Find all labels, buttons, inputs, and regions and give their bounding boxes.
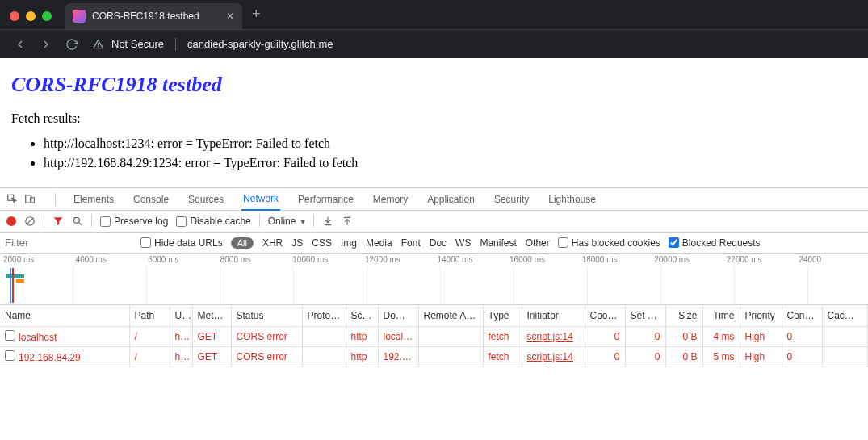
- network-filter-bar: Hide data URLs All XHR JS CSS Img Media …: [0, 233, 868, 254]
- col-protocol[interactable]: Proto…: [302, 305, 346, 326]
- record-button[interactable]: [6, 216, 16, 226]
- tab-elements[interactable]: Elements: [72, 188, 115, 211]
- minimize-window-button[interactable]: [26, 11, 36, 21]
- filter-other[interactable]: Other: [526, 237, 550, 249]
- not-secure-label: Not Secure: [111, 38, 164, 50]
- tab-performance[interactable]: Performance: [296, 188, 355, 211]
- blocked-requests-label: Blocked Requests: [682, 237, 761, 249]
- cell-scheme: http: [346, 326, 378, 346]
- col-setcookies[interactable]: Set C…: [625, 305, 665, 326]
- col-domain[interactable]: Dom…: [378, 305, 418, 326]
- blocked-requests-checkbox[interactable]: Blocked Requests: [669, 237, 761, 249]
- close-window-button[interactable]: [10, 11, 19, 21]
- col-size[interactable]: Size: [665, 305, 702, 326]
- filter-manifest[interactable]: Manifest: [480, 237, 516, 249]
- address-bar[interactable]: Not Secure candied-sparkly-guilty.glitch…: [90, 37, 333, 52]
- cell-setcookies: 0: [625, 326, 665, 346]
- not-secure-icon: [90, 37, 105, 52]
- timeline-bar: [16, 279, 24, 283]
- back-button[interactable]: [13, 37, 27, 52]
- col-name[interactable]: Name: [0, 305, 129, 326]
- svg-point-5: [73, 217, 79, 223]
- tab-sources[interactable]: Sources: [187, 188, 225, 211]
- domcontentloaded-marker: [10, 268, 11, 303]
- hide-data-urls-checkbox[interactable]: Hide data URLs: [140, 237, 223, 249]
- throttling-select[interactable]: Online▾: [268, 216, 306, 227]
- table-row[interactable]: localhost/h…GETCORS errorhttplocal…fetch…: [0, 326, 868, 346]
- col-cookies[interactable]: Cook…: [585, 305, 625, 326]
- cell-initiator[interactable]: script.js:14: [522, 346, 585, 367]
- filter-doc[interactable]: Doc: [430, 237, 447, 249]
- browser-chrome: CORS-RFC1918 testbed ✕ + Not Secure cand…: [0, 0, 868, 58]
- filter-xhr[interactable]: XHR: [262, 237, 283, 249]
- tab-application[interactable]: Application: [426, 188, 476, 211]
- table-row[interactable]: 192.168.84.29/h…GETCORS errorhttp192.…fe…: [0, 346, 868, 367]
- filter-all[interactable]: All: [231, 237, 254, 249]
- blocked-cookies-checkbox[interactable]: Has blocked cookies: [558, 237, 660, 249]
- timeline-ticks: 2000 ms4000 ms6000 ms8000 ms10000 ms1200…: [0, 255, 868, 264]
- col-status[interactable]: Status: [231, 305, 302, 326]
- col-path[interactable]: Path: [129, 305, 170, 326]
- tab-security[interactable]: Security: [493, 188, 530, 211]
- col-priority[interactable]: Priority: [740, 305, 782, 326]
- disable-cache-checkbox[interactable]: Disable cache: [176, 216, 250, 227]
- new-tab-button[interactable]: +: [247, 6, 266, 29]
- col-time[interactable]: Time: [702, 305, 740, 326]
- col-url[interactable]: U…: [170, 305, 192, 326]
- col-remote[interactable]: Remote Ad…: [418, 305, 483, 326]
- cell-initiator[interactable]: script.js:14: [522, 326, 585, 346]
- tab-network[interactable]: Network: [241, 188, 280, 211]
- cell-remote: [418, 326, 483, 346]
- table-header-row: Name Path U… Meth… Status Proto… Sc… Dom…: [0, 305, 868, 326]
- filter-font[interactable]: Font: [401, 237, 421, 249]
- col-scheme[interactable]: Sc…: [346, 305, 378, 326]
- filter-media[interactable]: Media: [366, 237, 392, 249]
- cell-cookies: 0: [585, 346, 625, 367]
- maximize-window-button[interactable]: [42, 11, 52, 21]
- col-connection[interactable]: Conn…: [782, 305, 822, 326]
- reload-button[interactable]: [65, 37, 79, 52]
- inspect-element-icon[interactable]: [6, 193, 18, 205]
- filter-icon[interactable]: [52, 216, 64, 227]
- network-timeline[interactable]: 2000 ms4000 ms6000 ms8000 ms10000 ms1200…: [0, 254, 868, 305]
- network-toolbar: Preserve log Disable cache Online▾: [0, 211, 868, 233]
- import-har-icon[interactable]: [322, 216, 333, 227]
- cell-time: 5 ms: [702, 346, 740, 367]
- disable-cache-label: Disable cache: [190, 216, 250, 227]
- blocked-cookies-label: Has blocked cookies: [572, 237, 660, 249]
- search-icon[interactable]: [72, 216, 83, 227]
- svg-line-4: [27, 218, 33, 224]
- row-checkbox[interactable]: [5, 350, 15, 361]
- filter-js[interactable]: JS: [291, 237, 303, 249]
- filter-css[interactable]: CSS: [312, 237, 332, 249]
- cell-name: localhost: [0, 326, 129, 346]
- cell-cache: [822, 346, 868, 367]
- cell-cache: [822, 326, 868, 346]
- cell-domain: local…: [378, 326, 418, 346]
- cell-connection: 0: [782, 346, 822, 367]
- browser-tab[interactable]: CORS-RFC1918 testbed ✕: [65, 3, 242, 29]
- col-method[interactable]: Meth…: [192, 305, 231, 326]
- cell-method: GET: [192, 326, 231, 346]
- cell-status: CORS error: [231, 346, 302, 367]
- row-checkbox[interactable]: [5, 330, 15, 341]
- col-initiator[interactable]: Initiator: [522, 305, 585, 326]
- tab-lighthouse[interactable]: Lighthouse: [547, 188, 598, 211]
- device-toolbar-icon[interactable]: [24, 193, 36, 205]
- close-tab-icon[interactable]: ✕: [226, 10, 234, 22]
- tab-console[interactable]: Console: [132, 188, 170, 211]
- cell-protocol: [302, 326, 346, 346]
- forward-button[interactable]: [39, 37, 53, 52]
- col-type[interactable]: Type: [483, 305, 522, 326]
- filter-input[interactable]: [3, 233, 132, 252]
- cell-protocol: [302, 346, 346, 367]
- filter-ws[interactable]: WS: [455, 237, 471, 249]
- load-marker: [12, 268, 14, 303]
- col-cache[interactable]: Cac…: [822, 305, 868, 326]
- tab-memory[interactable]: Memory: [371, 188, 409, 211]
- filter-img[interactable]: Img: [341, 237, 357, 249]
- export-har-icon[interactable]: [342, 216, 353, 227]
- hide-data-urls-label: Hide data URLs: [154, 237, 223, 249]
- preserve-log-checkbox[interactable]: Preserve log: [100, 216, 168, 227]
- clear-button[interactable]: [24, 216, 36, 227]
